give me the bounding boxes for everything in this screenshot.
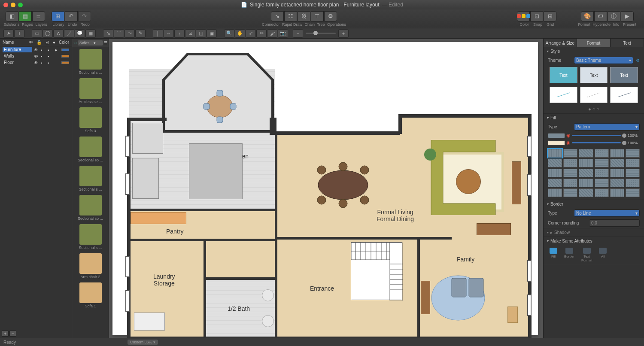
washer[interactable] (134, 313, 165, 331)
operations-button[interactable]: ⚙ (324, 11, 337, 21)
pattern-swatch[interactable] (579, 179, 593, 187)
pattern-swatch[interactable] (579, 159, 593, 167)
theme-card-line[interactable] (610, 87, 638, 103)
window[interactable] (125, 173, 130, 195)
camera-tool[interactable]: 📷 (278, 29, 288, 38)
pattern-swatch[interactable] (563, 179, 577, 187)
theme-gear-icon[interactable]: ⚙ (636, 58, 640, 63)
attr-border[interactable]: Border (564, 248, 574, 262)
layer-row-floor[interactable]: Floor 👁▪▪ (0, 59, 72, 66)
pattern-swatch[interactable] (595, 159, 609, 167)
kitchen-table[interactable] (203, 89, 237, 124)
layers-button[interactable]: ≣ (32, 11, 45, 21)
window[interactable] (125, 256, 130, 277)
tab-arrange[interactable]: Arrange & Size (544, 39, 577, 47)
misc-tool-2[interactable]: ◫ (196, 29, 206, 38)
pattern-swatch[interactable] (579, 169, 593, 177)
minimize-window-button[interactable] (11, 3, 15, 7)
border-type-select[interactable]: No Line▾ (574, 209, 640, 217)
library-item[interactable]: Sofa 3 (72, 106, 109, 135)
theme-card[interactable]: Text (550, 67, 577, 83)
zoom-tool[interactable]: 🔍 (224, 29, 234, 38)
eyedropper-tool[interactable]: ⤢ (246, 29, 256, 38)
chain-button[interactable]: ⛓ (298, 11, 310, 21)
fill-color-2[interactable] (548, 140, 565, 146)
color-button[interactable] (517, 11, 530, 21)
family-tvstand[interactable] (421, 281, 430, 314)
fill-type-select[interactable]: Pattern▾ (574, 123, 640, 131)
stairs[interactable] (351, 242, 402, 300)
misc-tool-3[interactable]: ▣ (207, 29, 217, 38)
misc-tool-1[interactable]: ⊡ (185, 29, 195, 38)
paint-tool[interactable]: ✏ (256, 29, 267, 38)
pattern-swatch[interactable] (595, 169, 609, 177)
pattern-swatch[interactable] (610, 169, 624, 177)
attr-all[interactable]: All (599, 248, 607, 262)
pan-tool[interactable]: ✋ (235, 29, 245, 38)
pattern-swatch[interactable] (563, 169, 577, 177)
library-item[interactable]: Sectional s ... (72, 164, 109, 193)
wall-tool[interactable]: │ (153, 29, 163, 38)
color-picker-icon[interactable]: ◉ (566, 133, 571, 138)
pattern-swatch[interactable] (563, 149, 577, 158)
pattern-swatch[interactable] (548, 159, 562, 167)
corner-rounding-field[interactable]: 0.0 (589, 219, 640, 227)
theme-card[interactable]: Text (580, 67, 608, 83)
pattern-swatch[interactable] (610, 159, 624, 167)
section-shadow[interactable]: ▸ Shadow (544, 228, 644, 237)
lib-next-button[interactable]: › (76, 41, 77, 45)
window[interactable] (125, 290, 130, 312)
color-picker-icon[interactable]: ◉ (566, 140, 571, 146)
theme-card[interactable]: Text (610, 67, 638, 83)
pattern-swatch[interactable] (548, 169, 562, 177)
undo-button[interactable]: ↶ (65, 11, 78, 21)
pattern-swatch[interactable] (595, 179, 609, 187)
present-button[interactable]: ▶ (621, 11, 634, 21)
table-tool[interactable]: ▦ (85, 29, 96, 38)
zoom-in-button[interactable]: + (338, 29, 349, 38)
rapid-draw-button[interactable]: ☷ (284, 11, 297, 21)
grid-button[interactable]: ⊞ (544, 11, 556, 21)
library-item[interactable]: Sectional s ... (72, 47, 109, 76)
pattern-swatch[interactable] (610, 188, 624, 197)
rect-tool[interactable]: ▭ (32, 29, 42, 38)
section-attrs[interactable]: Make Same Attributes (544, 237, 644, 245)
pattern-swatch[interactable] (548, 179, 562, 187)
window[interactable] (527, 136, 532, 157)
redo-button[interactable]: ↷ (78, 11, 91, 21)
fill-color-1[interactable] (548, 133, 565, 138)
library-button[interactable]: ⊞ (52, 11, 64, 21)
library-item[interactable]: Sectional s ... (72, 222, 109, 252)
connector-button[interactable]: ↘ (271, 11, 284, 21)
pattern-swatch[interactable] (626, 188, 640, 197)
tab-text[interactable]: Text (611, 39, 644, 47)
sink-corner[interactable] (132, 123, 163, 154)
pattern-swatch[interactable] (548, 188, 562, 197)
snap-button[interactable]: ⊡ (530, 11, 543, 21)
window[interactable] (527, 260, 532, 282)
callout-tool[interactable]: 💬 (75, 29, 85, 38)
canvas[interactable]: Eat-in Kitchen Pantry Laundry Storage 1/… (112, 42, 538, 335)
attr-fill[interactable]: Fill (550, 248, 557, 262)
section-style[interactable]: Style (544, 47, 644, 55)
add-layer-button[interactable]: + (2, 331, 9, 337)
fill-opacity-2[interactable] (572, 142, 621, 143)
pattern-swatch[interactable] (579, 149, 593, 158)
hypernote-button[interactable]: 🏷 (594, 11, 607, 21)
text-tool[interactable]: T (14, 29, 24, 38)
brush-tool[interactable]: 🖌 (267, 29, 277, 38)
solutions-button[interactable]: ◧ (6, 11, 18, 21)
section-border[interactable]: Border (544, 200, 644, 208)
window[interactable] (125, 136, 130, 157)
section-fill[interactable]: Fill (544, 114, 644, 122)
dim-tool[interactable]: ↔ (164, 29, 174, 38)
lib-prev-button[interactable]: ‹ (73, 41, 75, 45)
pattern-swatch[interactable] (610, 149, 624, 158)
zoom-dropdown[interactable]: Custom 86% ▾ (128, 340, 158, 345)
tab-format[interactable]: Format (577, 39, 611, 47)
zoom-slider[interactable]: − + (293, 29, 349, 38)
pattern-swatch[interactable] (626, 169, 640, 177)
dim2-tool[interactable]: ↕ (174, 29, 185, 38)
connector-tool[interactable]: ↘ (103, 29, 113, 38)
window[interactable] (527, 294, 532, 316)
